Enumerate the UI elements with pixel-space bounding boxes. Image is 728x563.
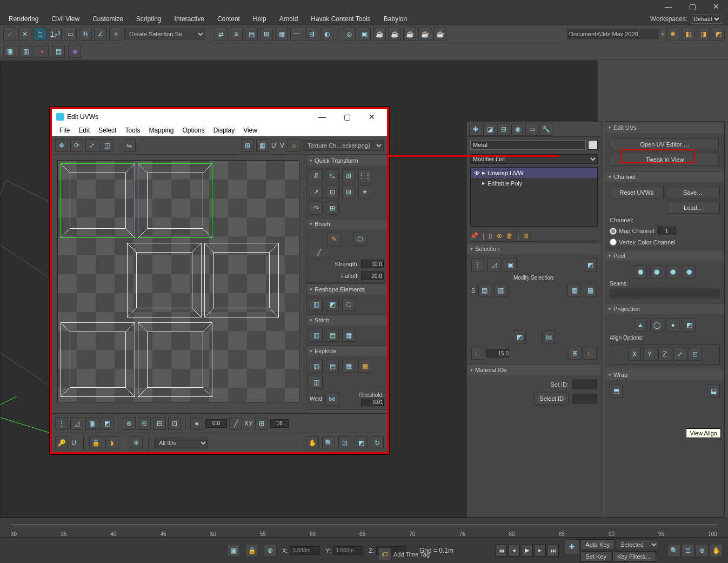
link-icon[interactable]: ⟋ <box>3 28 16 41</box>
peel4-icon[interactable]: ⬣ <box>683 266 696 279</box>
align-grid-icon[interactable]: ⊞ <box>342 169 355 182</box>
selectid-input[interactable] <box>572 394 597 403</box>
peel1-icon[interactable]: ⬣ <box>634 266 647 279</box>
teapot2-icon[interactable]: ☕ <box>403 28 416 41</box>
menu-civil-view[interactable]: Civil View <box>45 14 86 24</box>
goto-end-icon[interactable]: ⏭ <box>547 545 559 557</box>
remove-mod-icon[interactable]: 🗑 <box>506 232 513 240</box>
menu-content[interactable]: Content <box>211 14 246 24</box>
spherical-map-icon[interactable]: ● <box>666 319 679 332</box>
autokey-button[interactable]: Auto Key <box>580 539 615 550</box>
peel2-icon[interactable]: ⬣ <box>650 266 663 279</box>
material-editor-icon[interactable]: ◐ <box>320 28 333 41</box>
explode1-icon[interactable]: ▥ <box>310 360 323 373</box>
menu-rendering[interactable]: Rendering <box>2 14 45 24</box>
rollout-brush[interactable]: Brush <box>306 218 387 229</box>
tab-display-icon[interactable]: ▭ <box>525 123 538 136</box>
falloff-input[interactable] <box>361 271 384 280</box>
keyfilters-button[interactable]: Key Filters… <box>612 551 656 562</box>
t2-icon-1[interactable]: ▣ <box>3 45 16 58</box>
uv-face[interactable] <box>204 243 279 317</box>
threshold-input[interactable] <box>361 399 384 406</box>
angle-icon[interactable]: ∟ <box>471 347 484 360</box>
menu-scripting[interactable]: Scripting <box>130 14 168 24</box>
setkey-button[interactable]: Set Key <box>580 551 611 562</box>
setid-input[interactable] <box>572 380 597 389</box>
map-channel-input[interactable] <box>658 227 676 235</box>
rollout-channel[interactable]: Channel <box>605 171 724 182</box>
straighten-icon[interactable]: ▥ <box>310 298 323 311</box>
key-icon[interactable]: 🔑 <box>55 436 68 449</box>
ms3-icon[interactable]: ▦ <box>567 284 580 297</box>
ring-icon[interactable]: ⊡ <box>168 417 181 430</box>
weld-icon[interactable]: ⋈ <box>325 393 338 406</box>
uvmenu-tools[interactable]: Tools <box>121 125 144 135</box>
ms4-icon[interactable]: ▩ <box>584 284 597 297</box>
rollout-wrap[interactable]: Wrap <box>605 369 724 380</box>
explode4-icon[interactable]: ▩ <box>358 360 371 373</box>
uvmenu-select[interactable]: Select <box>94 125 121 135</box>
scene-explorer-icon[interactable]: ⊞ <box>260 28 273 41</box>
qt-icon-6[interactable]: ⊡ <box>326 186 339 198</box>
light-bulb-icon[interactable]: ◗ <box>105 436 118 449</box>
poly-mode-icon[interactable]: ▣ <box>85 417 98 430</box>
rollout-reshape[interactable]: Reshape Elements <box>306 284 387 295</box>
rollout-selection[interactable]: Selection <box>467 243 601 254</box>
zoom-icon[interactable]: 🔍 <box>322 436 335 449</box>
brush-curve-icon[interactable]: ╱ <box>310 249 328 256</box>
shrink-icon[interactable]: ⊖ <box>138 417 151 430</box>
align-icon[interactable]: ≡ <box>230 28 243 41</box>
peel3-icon[interactable]: ⬣ <box>666 266 679 279</box>
map-channel-radio[interactable]: Map Channel: <box>610 227 720 235</box>
uv-face[interactable] <box>127 243 202 317</box>
lock-selection-icon[interactable]: 🔒 <box>245 544 258 557</box>
nav-zoomall-icon[interactable]: ⊡ <box>682 544 694 557</box>
time-tag-icon[interactable]: 🏷 <box>378 548 391 561</box>
show-end-icon[interactable]: ▯ <box>489 232 492 240</box>
teapot3-icon[interactable]: ☕ <box>418 28 431 41</box>
snap-icon[interactable]: ⌗ <box>109 28 122 41</box>
slash-icon[interactable]: ╱ <box>229 417 242 430</box>
uv-toggle[interactable]: U V <box>271 142 285 149</box>
unlink-icon[interactable]: ✕ <box>18 28 31 41</box>
tab-utilities-icon[interactable]: 🔧 <box>539 123 552 136</box>
edge-mode-icon[interactable]: ◿ <box>70 417 83 430</box>
teapot4-icon[interactable]: ☕ <box>433 28 446 41</box>
isolate-icon[interactable]: ▣ <box>227 544 240 557</box>
menu-customize[interactable]: Customize <box>86 14 130 24</box>
save-uvws-button[interactable]: Save… <box>666 187 720 198</box>
reset-uvws-button[interactable]: Reset UVWs <box>610 187 664 198</box>
menu-arnold[interactable]: Arnold <box>273 14 305 24</box>
tab-modify-icon[interactable]: ◪ <box>483 123 496 136</box>
uv-face[interactable] <box>61 322 135 397</box>
loop-icon[interactable]: ⊟ <box>153 417 166 430</box>
select-by-icon[interactable]: ◩ <box>584 259 597 271</box>
qt-icon-8[interactable]: ✦ <box>358 186 371 198</box>
t2-icon-3[interactable]: ● <box>36 45 49 58</box>
pin-stack-icon[interactable]: 📌 <box>470 232 478 240</box>
vertex-color-radio[interactable]: Vertex Color Channel <box>610 239 720 246</box>
snap-toggle-icon[interactable]: ⊗ <box>264 544 277 557</box>
nav-orbit-icon[interactable]: ⊕ <box>696 544 709 557</box>
angle-input[interactable] <box>486 349 509 357</box>
modifier-stack[interactable]: 👁▸Unwrap UVW 👁▸Editable Poly <box>470 167 598 227</box>
explode5-icon[interactable]: ◫ <box>310 376 323 389</box>
paint-icon[interactable]: ✎ <box>328 233 340 246</box>
select-id-button[interactable]: Select ID <box>535 393 569 405</box>
open-uv-editor-button[interactable]: Open UV Editor … <box>611 138 719 150</box>
wrap1-icon[interactable]: ⬒ <box>610 385 623 398</box>
tab-motion-icon[interactable]: ◉ <box>511 123 524 136</box>
vertex-subobj-icon[interactable]: ⋮ <box>471 259 484 271</box>
add-time-tag[interactable]: Add Time Tag <box>393 551 430 558</box>
window-close-icon[interactable]: ✕ <box>704 0 728 13</box>
rollout-peel-uv[interactable]: Peel <box>306 410 387 414</box>
face-subobj-icon[interactable]: ▣ <box>504 259 517 271</box>
nav-pan-icon[interactable]: ✋ <box>710 544 723 557</box>
tab-hierarchy-icon[interactable]: ⊟ <box>497 123 510 136</box>
rollout-edit-uvs[interactable]: Edit UVs <box>605 122 724 133</box>
planar-sel-icon[interactable]: ▤ <box>542 330 555 343</box>
grid2-icon[interactable]: ▦ <box>256 139 269 152</box>
mirror-h-icon[interactable]: ⇋ <box>123 139 136 152</box>
menu-havok[interactable]: Havok Content Tools <box>304 14 377 24</box>
grid-value[interactable] <box>270 419 289 428</box>
